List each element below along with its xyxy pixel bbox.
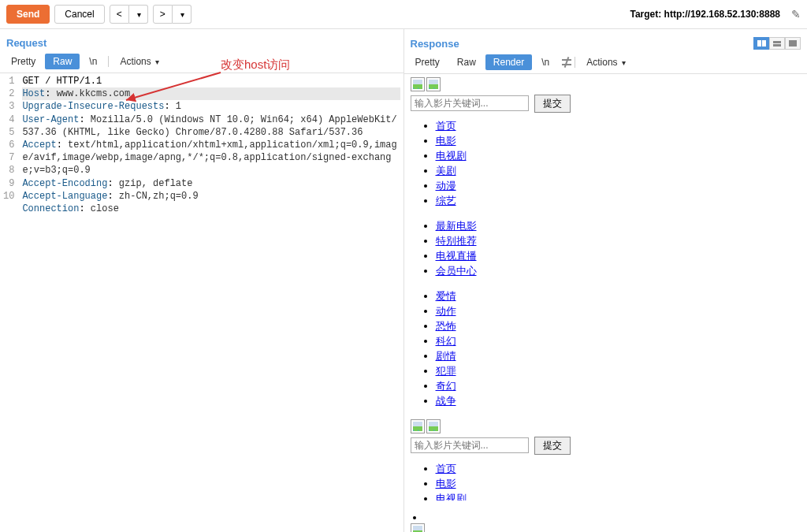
history-back-button[interactable]: < xyxy=(110,5,129,24)
response-title: Response xyxy=(411,38,459,50)
nav-link[interactable]: 犯罪 xyxy=(436,365,456,377)
submit-button[interactable]: 提交 xyxy=(534,437,571,455)
compare-icon[interactable] xyxy=(562,58,571,66)
nav-link[interactable]: 电视剧 xyxy=(436,493,467,500)
layout-single-icon[interactable] xyxy=(785,37,801,50)
request-line[interactable]: User-Agent: Mozilla/5.0 (Windows NT 10.0… xyxy=(22,113,400,139)
history-fwd-dropdown[interactable]: ▾ xyxy=(173,5,192,24)
broken-image-icon xyxy=(426,419,441,433)
nav-link[interactable]: 会员中心 xyxy=(436,265,477,277)
request-line[interactable]: Upgrade-Insecure-Requests: 1 xyxy=(22,100,400,113)
layout-rows-icon[interactable] xyxy=(769,37,785,50)
request-title: Request xyxy=(6,37,46,49)
search-input[interactable] xyxy=(411,95,529,111)
request-editor[interactable]: 12345678910 GET / HTTP/1.1Host: www.kkcm… xyxy=(0,73,404,532)
layout-columns-icon[interactable] xyxy=(753,37,769,50)
broken-image-icon xyxy=(411,523,425,532)
tab-raw[interactable]: Raw xyxy=(45,54,80,69)
nav-link[interactable]: 电影 xyxy=(436,135,456,147)
broken-image-icon xyxy=(411,77,425,91)
edit-target-icon[interactable]: ✎ xyxy=(791,8,801,20)
response-pane: Response Pretty Raw Render \n Actions ▾ … xyxy=(404,29,808,532)
request-line[interactable] xyxy=(22,215,400,228)
request-pane: Request Pretty Raw \n Actions ▾ 12345678… xyxy=(0,29,404,532)
request-line[interactable]: Connection: close xyxy=(22,203,400,215)
request-line[interactable]: Host: www.kkcms.com xyxy=(22,87,400,100)
main-split: Request Pretty Raw \n Actions ▾ 12345678… xyxy=(0,29,807,532)
search-input[interactable] xyxy=(411,437,529,453)
tab-actions[interactable]: Actions ▾ xyxy=(112,54,167,69)
history-back-group: < ▾ xyxy=(110,5,148,24)
layout-toggle xyxy=(753,37,801,50)
request-line[interactable]: GET / HTTP/1.1 xyxy=(22,75,400,87)
request-line[interactable] xyxy=(22,228,400,240)
broken-image-icon xyxy=(426,77,441,91)
history-back-dropdown[interactable]: ▾ xyxy=(129,5,148,24)
target-url: http://192.168.52.130:8888 xyxy=(664,9,780,20)
history-fwd-button[interactable]: > xyxy=(153,5,173,24)
history-fwd-group: > ▾ xyxy=(153,5,192,24)
response-tabs: Pretty Raw Render \n Actions ▾ xyxy=(404,54,808,74)
nav-link[interactable]: 特别推荐 xyxy=(436,235,477,247)
request-line[interactable]: Accept: text/html,application/xhtml+xml,… xyxy=(22,139,400,177)
nav-link[interactable]: 电视剧 xyxy=(436,150,467,162)
tab-render[interactable]: Render xyxy=(485,54,532,70)
nav-link[interactable]: 恐怖 xyxy=(436,320,456,332)
nav-link[interactable]: 科幻 xyxy=(436,335,456,347)
cancel-button[interactable]: Cancel xyxy=(54,5,104,24)
send-button[interactable]: Send xyxy=(6,5,50,24)
broken-image-icon xyxy=(411,419,425,433)
response-render[interactable]: 提交 首页电影电视剧美剧动漫综艺 最新电影特别推荐电视直播会员中心 爱情动作恐怖… xyxy=(404,74,808,532)
nav-link[interactable]: 动漫 xyxy=(436,180,456,192)
tab-pretty[interactable]: Pretty xyxy=(407,54,448,70)
tab-newline[interactable]: \n xyxy=(81,54,105,69)
nav-link[interactable]: 首页 xyxy=(436,463,456,474)
nav-link[interactable]: 美剧 xyxy=(436,165,456,177)
nav-link[interactable]: 电影 xyxy=(436,478,456,489)
top-toolbar: Send Cancel < ▾ > ▾ Target: http://192.1… xyxy=(0,0,807,29)
nav-link[interactable]: 动作 xyxy=(436,305,456,317)
nav-link[interactable]: 战争 xyxy=(436,395,456,407)
nav-link[interactable]: 剧情 xyxy=(436,350,456,362)
nav-link[interactable]: 奇幻 xyxy=(436,380,456,392)
nav-link[interactable]: 首页 xyxy=(436,120,456,132)
nav-link[interactable]: 电视直播 xyxy=(436,250,477,262)
request-line[interactable]: Accept-Language: zh-CN,zh;q=0.9 xyxy=(22,190,400,203)
tab-raw[interactable]: Raw xyxy=(449,54,484,70)
nav-link[interactable]: 爱情 xyxy=(436,290,456,302)
request-tabs: Pretty Raw \n Actions ▾ xyxy=(0,54,404,73)
tab-newline[interactable]: \n xyxy=(534,54,557,70)
nav-link[interactable]: 综艺 xyxy=(436,195,456,206)
submit-button[interactable]: 提交 xyxy=(534,95,571,113)
tab-actions[interactable]: Actions ▾ xyxy=(578,54,634,70)
request-line[interactable]: Accept-Encoding: gzip, deflate xyxy=(22,177,400,190)
tab-pretty[interactable]: Pretty xyxy=(3,54,43,69)
nav-link[interactable]: 最新电影 xyxy=(436,220,477,232)
target-label: Target: http://192.168.52.130:8888 xyxy=(630,9,780,20)
